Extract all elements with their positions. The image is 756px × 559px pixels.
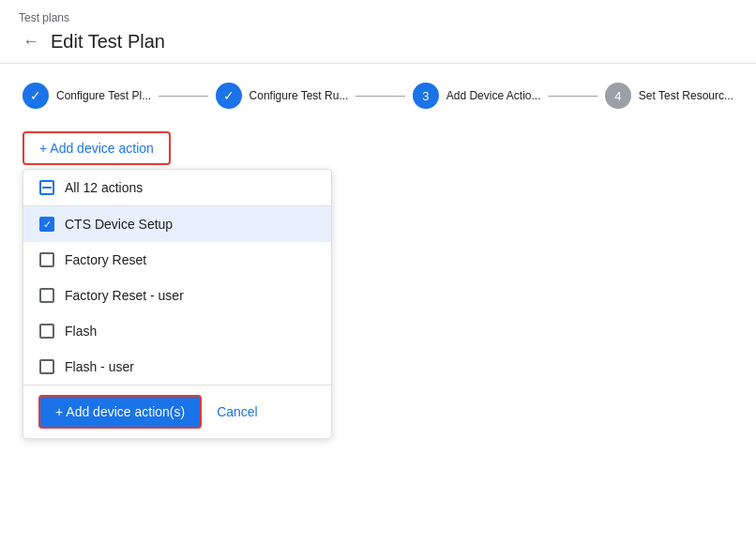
flash-checkbox <box>39 324 54 339</box>
breadcrumb: Test plans <box>19 11 737 24</box>
step-circle-3: 3 <box>413 83 439 109</box>
indeterminate-checkbox <box>39 180 54 195</box>
step-3: 3 Add Device Actio... <box>413 83 541 109</box>
flash-user-checkbox <box>39 359 54 374</box>
step-circle-2: ✓ <box>216 83 242 109</box>
flash-user-checkbox-container <box>38 358 55 375</box>
cts-label: CTS Device Setup <box>65 217 173 232</box>
step-number-3: 3 <box>422 89 429 103</box>
main-content: + Add device action All 12 actions ✓ <box>0 124 756 559</box>
add-actions-button[interactable]: + Add device action(s) <box>38 395 202 429</box>
flash-checkbox-container <box>38 323 55 340</box>
step-circle-1: ✓ <box>23 83 49 109</box>
step-circle-4: 4 <box>605 83 631 109</box>
all-actions-label: All 12 actions <box>65 180 143 195</box>
dropdown-item-cts[interactable]: ✓ CTS Device Setup <box>23 206 331 242</box>
step-connector-1 <box>159 96 207 97</box>
checkmark-1: ✓ <box>30 88 41 103</box>
title-row: ← Edit Test Plan <box>19 28 737 55</box>
all-actions-checkbox-container <box>38 179 55 196</box>
step-1: ✓ Configure Test Pl... <box>23 83 151 109</box>
dropdown-list: All 12 actions ✓ CTS Device Setup Factor… <box>23 170 331 385</box>
header: Test plans ← Edit Test Plan <box>0 0 756 64</box>
cancel-button[interactable]: Cancel <box>213 397 262 427</box>
add-device-action-button[interactable]: + Add device action <box>23 131 171 165</box>
dropdown-item-flash-user[interactable]: Flash - user <box>23 349 331 385</box>
step-label-2: Configure Test Ru... <box>249 89 349 102</box>
dropdown-item-factory-reset[interactable]: Factory Reset <box>23 242 331 278</box>
step-4: 4 Set Test Resourc... <box>605 83 733 109</box>
step-label-1: Configure Test Pl... <box>56 89 151 102</box>
all-actions-item[interactable]: All 12 actions <box>23 170 331 206</box>
step-connector-3 <box>548 96 597 97</box>
page-title: Edit Test Plan <box>51 31 165 53</box>
step-label-3: Add Device Actio... <box>446 89 541 102</box>
flash-user-label: Flash - user <box>65 359 134 374</box>
dropdown-item-factory-reset-user[interactable]: Factory Reset - user <box>23 278 331 313</box>
cts-checkbox: ✓ <box>39 217 54 232</box>
page-container: Test plans ← Edit Test Plan ✓ Configure … <box>0 0 756 559</box>
dropdown-panel: All 12 actions ✓ CTS Device Setup Factor… <box>23 169 332 439</box>
step-2: ✓ Configure Test Ru... <box>216 83 349 109</box>
step-number-4: 4 <box>614 89 621 103</box>
dropdown-footer: + Add device action(s) Cancel <box>23 385 331 438</box>
factory-reset-user-checkbox-container <box>38 287 55 304</box>
checkmark-2: ✓ <box>223 88 234 103</box>
indeterminate-bar <box>42 187 52 189</box>
factory-reset-checkbox-container <box>38 251 55 268</box>
cts-checkbox-container: ✓ <box>38 216 55 233</box>
factory-reset-user-checkbox <box>39 288 54 303</box>
stepper: ✓ Configure Test Pl... ✓ Configure Test … <box>0 64 756 124</box>
factory-reset-checkbox <box>39 252 54 267</box>
dropdown-item-flash[interactable]: Flash <box>23 313 331 349</box>
flash-label: Flash <box>65 324 97 339</box>
step-connector-2 <box>355 96 404 97</box>
step-label-4: Set Test Resourc... <box>639 89 733 102</box>
factory-reset-user-label: Factory Reset - user <box>65 288 184 303</box>
back-button[interactable]: ← <box>19 28 43 55</box>
factory-reset-label: Factory Reset <box>65 252 146 267</box>
